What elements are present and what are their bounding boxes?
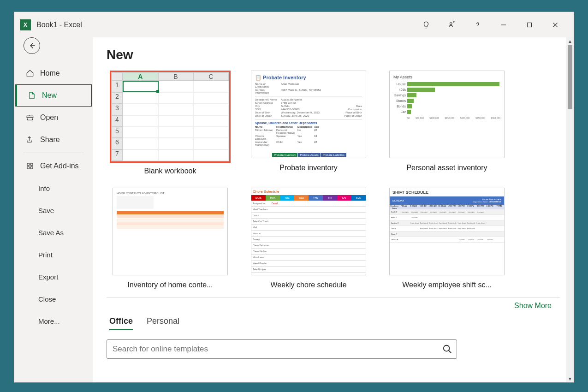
help-icon[interactable] bbox=[465, 14, 491, 36]
body: Home New Open Share Get Add-ins bbox=[14, 37, 574, 382]
sidebar-item-share[interactable]: Share bbox=[14, 129, 93, 151]
template-tabs: Office Personal bbox=[93, 310, 574, 339]
template-label: Inventory of home conte... bbox=[128, 281, 213, 289]
scrollbar-thumb[interactable] bbox=[568, 45, 572, 109]
template-personal-asset-inventory[interactable]: My Assets House 401k Savings Stocks Bond… bbox=[383, 71, 511, 177]
maximize-button[interactable] bbox=[517, 14, 542, 36]
show-more-link[interactable]: Show More bbox=[93, 298, 574, 310]
template-label: Blank workbook bbox=[144, 167, 196, 175]
sidebar-item-addins[interactable]: Get Add-ins bbox=[14, 155, 93, 177]
sidebar-sub-more[interactable]: More... bbox=[14, 310, 93, 332]
sidebar-sub-info[interactable]: Info bbox=[14, 177, 93, 199]
close-button[interactable] bbox=[542, 14, 568, 36]
svg-point-0 bbox=[450, 22, 452, 24]
template-thumbnail: HOME CONTENTS INVENTORY LIST bbox=[113, 188, 228, 275]
scrollbar-track[interactable] bbox=[566, 45, 574, 375]
template-label: Weekly employee shift sc... bbox=[402, 281, 492, 289]
template-thumbnail: ABC 1 2 3 4 5 6 7 bbox=[111, 72, 229, 161]
lightbulb-icon[interactable] bbox=[413, 14, 439, 36]
content-area: New ABC 1 2 3 4 5 6 7 bbox=[93, 37, 574, 382]
sidebar-item-label: Get Add-ins bbox=[40, 162, 79, 170]
search-input[interactable] bbox=[107, 339, 457, 359]
svg-point-9 bbox=[444, 345, 450, 351]
tab-personal[interactable]: Personal bbox=[147, 316, 179, 330]
template-label: Weekly chore schedule bbox=[270, 281, 346, 289]
titlebar: X Book1 - Excel bbox=[14, 12, 574, 37]
addins-icon bbox=[25, 162, 35, 170]
template-gallery: ABC 1 2 3 4 5 6 7 Blank workbook bbox=[93, 71, 574, 289]
svg-line-10 bbox=[449, 350, 451, 353]
back-button[interactable] bbox=[24, 37, 40, 54]
sidebar-item-label: New bbox=[42, 91, 57, 100]
svg-rect-5 bbox=[27, 163, 30, 166]
app-window: X Book1 - Excel bbox=[14, 12, 574, 383]
template-probate-inventory[interactable]: Probate Inventory Name of Executor(s)All… bbox=[245, 71, 372, 177]
template-thumbnail: Probate Inventory Name of Executor(s)All… bbox=[251, 71, 366, 158]
new-file-icon bbox=[27, 91, 36, 100]
sidebar-sub-close[interactable]: Close bbox=[14, 288, 93, 310]
template-blank-workbook[interactable]: ABC 1 2 3 4 5 6 7 Blank workbook bbox=[107, 71, 234, 177]
svg-rect-6 bbox=[31, 163, 33, 166]
sidebar-item-label: Open bbox=[40, 113, 58, 122]
sidebar-item-label: Home bbox=[40, 69, 60, 77]
template-weekly-chore-schedule[interactable]: Chore Schedule DAYSMONTUEWEDTHUFRISATSUN… bbox=[245, 188, 372, 289]
vertical-scrollbar[interactable]: ▲ ▼ bbox=[566, 37, 574, 382]
template-label: Personal asset inventory bbox=[406, 164, 487, 172]
sidebar-item-label: Share bbox=[40, 136, 60, 144]
search-icon[interactable] bbox=[442, 344, 452, 354]
share-icon bbox=[25, 136, 35, 144]
window-title: Book1 - Excel bbox=[36, 21, 82, 29]
sidebar-sub-print[interactable]: Print bbox=[14, 244, 93, 266]
minimize-button[interactable] bbox=[491, 14, 517, 36]
home-icon bbox=[25, 69, 35, 77]
sidebar-sub-export[interactable]: Export bbox=[14, 266, 93, 288]
feedback-icon[interactable] bbox=[439, 14, 465, 36]
svg-rect-2 bbox=[528, 23, 532, 27]
svg-rect-7 bbox=[27, 167, 30, 169]
scroll-down-icon[interactable]: ▼ bbox=[566, 375, 574, 382]
tab-office[interactable]: Office bbox=[109, 316, 133, 330]
svg-rect-8 bbox=[31, 167, 33, 169]
template-weekly-employee-shift[interactable]: SHIFT SCHEDULE MONDAYFor the Week of: DA… bbox=[383, 188, 511, 289]
sidebar-sub-save[interactable]: Save bbox=[14, 199, 93, 221]
template-label: Probate inventory bbox=[279, 164, 337, 172]
open-folder-icon bbox=[25, 113, 35, 122]
template-thumbnail: Chore Schedule DAYSMONTUEWEDTHUFRISATSUN… bbox=[251, 188, 366, 275]
sidebar-sub-saveas[interactable]: Save As bbox=[14, 221, 93, 244]
template-thumbnail: SHIFT SCHEDULE MONDAYFor the Week of: DA… bbox=[389, 188, 505, 275]
excel-app-icon: X bbox=[20, 19, 31, 30]
page-title: New bbox=[93, 48, 574, 62]
sidebar-separator bbox=[24, 153, 83, 153]
sidebar-item-new[interactable]: New bbox=[15, 84, 92, 107]
template-thumbnail: My Assets House 401k Savings Stocks Bond… bbox=[389, 71, 505, 158]
template-inventory-home-contents[interactable]: HOME CONTENTS INVENTORY LIST Inventory o… bbox=[107, 188, 234, 289]
search-container bbox=[107, 339, 560, 359]
sidebar-item-open[interactable]: Open bbox=[14, 107, 93, 129]
sidebar-item-home[interactable]: Home bbox=[14, 62, 93, 84]
scroll-up-icon[interactable]: ▲ bbox=[566, 37, 574, 45]
sidebar: Home New Open Share Get Add-ins bbox=[14, 37, 93, 382]
